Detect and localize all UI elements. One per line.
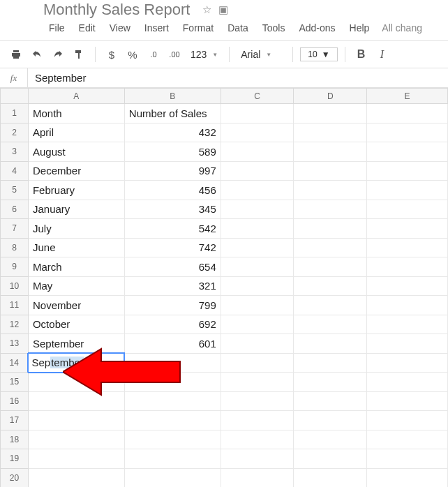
cell[interactable] [367,334,448,354]
cell[interactable]: May [28,276,124,296]
cell[interactable] [367,468,448,487]
cell[interactable] [221,123,294,142]
row-header[interactable]: 13 [1,334,29,354]
cell[interactable] [294,373,367,392]
menu-edit[interactable]: Edit [72,20,103,36]
changes-status[interactable]: All chang [376,20,428,36]
doc-title[interactable]: Monthly Sales Report [43,1,190,19]
menu-help[interactable]: Help [343,20,377,36]
cell[interactable]: September [28,334,124,354]
star-icon[interactable]: ☆ [202,3,211,16]
cell[interactable] [367,161,448,181]
menu-file[interactable]: File [42,20,72,36]
cell[interactable] [221,200,294,219]
cell[interactable]: 654 [124,257,221,277]
cell[interactable] [221,276,294,296]
cell[interactable] [294,161,367,181]
cell[interactable] [294,123,367,142]
cell[interactable] [294,468,367,487]
undo-icon[interactable] [28,45,46,63]
row-header[interactable]: 1 [1,104,29,123]
cell[interactable] [294,142,367,162]
cell[interactable] [367,391,448,411]
cell[interactable] [124,411,221,430]
move-folder-icon[interactable]: ▣ [218,3,228,16]
cell[interactable] [221,430,294,449]
cell[interactable] [294,219,367,239]
cell[interactable] [367,123,448,142]
cell[interactable] [221,161,294,181]
cell[interactable] [221,449,294,469]
cell[interactable]: 456 [124,181,221,200]
cell[interactable] [367,430,448,449]
italic-button[interactable]: I [373,45,391,63]
cell[interactable] [28,430,124,449]
cell[interactable] [221,315,294,334]
row-header[interactable]: 18 [1,430,29,449]
increase-decimal-button[interactable]: .00 [165,45,184,63]
cell[interactable] [124,391,221,411]
cell[interactable] [367,257,448,277]
cell[interactable] [367,276,448,296]
cell[interactable] [367,181,448,200]
cell[interactable]: March [28,257,124,277]
cell[interactable] [367,449,448,469]
format-percent-button[interactable]: % [124,45,142,63]
column-header-B[interactable]: B [124,89,221,104]
menu-tools[interactable]: Tools [255,20,292,36]
bold-button[interactable]: B [352,45,371,63]
row-header[interactable]: 6 [1,200,29,219]
cell[interactable]: Number of Sales [124,104,221,123]
format-currency-button[interactable]: $ [103,45,121,63]
cell[interactable] [367,238,448,257]
row-header[interactable]: 5 [1,181,29,200]
cell[interactable] [294,334,367,354]
cell[interactable] [367,373,448,392]
cell[interactable]: 742 [124,238,221,257]
cell[interactable] [221,373,294,392]
cell[interactable]: February [28,181,124,200]
row-header[interactable]: 20 [1,468,29,487]
cell[interactable] [294,238,367,257]
cell[interactable] [294,353,367,373]
menu-view[interactable]: View [103,20,137,36]
cell[interactable] [367,296,448,315]
cell[interactable] [294,200,367,219]
cell[interactable] [221,219,294,239]
redo-icon[interactable] [49,45,67,63]
font-family-selector[interactable]: Arial ▼ [237,49,285,60]
cell[interactable] [294,257,367,277]
cell[interactable]: 321 [124,276,221,296]
cell[interactable]: 997 [124,161,221,181]
row-header[interactable]: 12 [1,315,29,334]
row-header[interactable]: 8 [1,238,29,257]
cell[interactable]: January [28,200,124,219]
cell[interactable] [294,276,367,296]
cell[interactable] [28,449,124,469]
row-header[interactable]: 14 [1,353,29,373]
cell[interactable] [367,219,448,239]
cell[interactable]: 799 [124,296,221,315]
cell[interactable] [221,391,294,411]
row-header[interactable]: 15 [1,373,29,392]
cell[interactable]: 542 [124,219,221,239]
cell[interactable]: December [28,161,124,181]
paint-format-icon[interactable] [70,45,88,63]
cell[interactable] [28,411,124,430]
cell[interactable]: 589 [124,142,221,162]
menu-data[interactable]: Data [221,20,255,36]
column-header-C[interactable]: C [221,89,294,104]
cell[interactable] [294,104,367,123]
cell[interactable] [124,353,221,373]
cell[interactable] [294,430,367,449]
cell[interactable] [221,181,294,200]
cell[interactable] [221,257,294,277]
column-header-A[interactable]: A [28,89,124,104]
cell[interactable] [221,104,294,123]
cell[interactable] [294,391,367,411]
cell[interactable]: 432 [124,123,221,142]
row-header[interactable]: 17 [1,411,29,430]
cell[interactable] [294,181,367,200]
column-header-D[interactable]: D [294,89,367,104]
row-header[interactable]: 9 [1,257,29,277]
